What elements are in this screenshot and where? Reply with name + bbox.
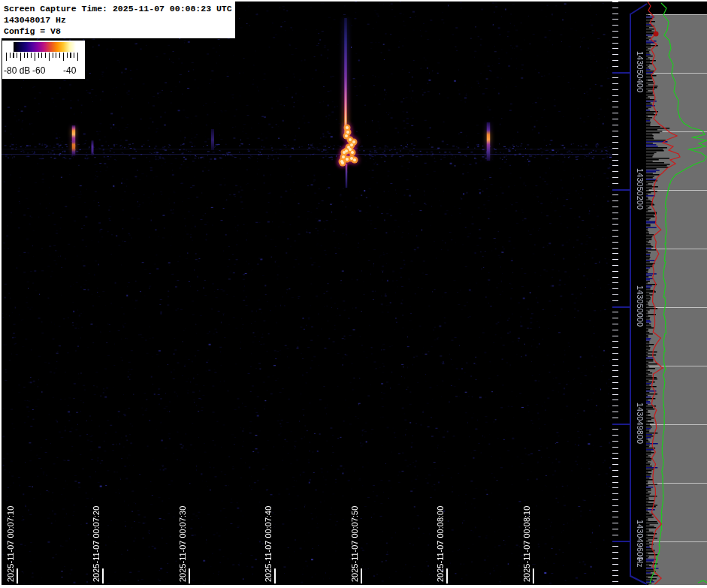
time-tick <box>102 568 104 583</box>
border-bottom <box>0 585 707 588</box>
colorbar-label-minus40db: -40 <box>63 65 76 76</box>
frequency-label: 143049800 <box>635 403 645 444</box>
frequency-major-tick <box>612 189 630 191</box>
time-label: 2025-11-07 00:07:20 <box>92 506 101 582</box>
spectrum-panel-display[interactable] <box>646 2 707 585</box>
time-tick <box>274 568 276 583</box>
frequency-major-tick <box>612 541 630 542</box>
time-tick <box>446 568 448 583</box>
capture-info-box: Screen Capture Time: 2025-11-07 00:08:23… <box>2 2 235 38</box>
colorbar-major-ticks <box>6 53 78 61</box>
frequency-unit-label: Hz <box>635 557 645 567</box>
border-top <box>0 0 707 2</box>
frequency-axis-spine <box>630 14 631 577</box>
config-label: Config = V8 <box>4 26 233 37</box>
db-colorbar-legend: -80 dB -60 -40 <box>2 41 85 79</box>
time-label: 2025-11-07 00:07:10 <box>6 506 16 582</box>
frequency-label: 143050400 <box>635 51 645 92</box>
frequency-major-tick <box>612 72 630 74</box>
center-frequency-label: 143048017 Hz <box>4 14 233 26</box>
frequency-label: 143050000 <box>635 285 645 327</box>
capture-time-label: Screen Capture Time: 2025-11-07 00:08:23… <box>4 3 233 14</box>
time-label: 2025-11-07 00:07:50 <box>350 506 360 582</box>
waterfall-spectrogram-display[interactable] <box>2 2 612 585</box>
frequency-label: 143050200 <box>635 168 645 210</box>
time-tick <box>533 568 534 583</box>
colorbar-label-minus60db: -60 <box>32 65 45 76</box>
time-label: 2025-11-07 00:07:30 <box>178 506 188 582</box>
frequency-major-tick <box>612 306 630 308</box>
time-label: 2025-11-07 00:08:10 <box>522 506 532 582</box>
time-tick <box>189 568 190 583</box>
frequency-minor-ticks <box>612 2 618 582</box>
time-tick <box>361 568 362 583</box>
frequency-label: 143049600 <box>635 520 645 561</box>
spectrogram-screen-capture: 1430504001430502001430500001430498001430… <box>0 0 707 588</box>
time-tick <box>17 568 18 583</box>
colorbar-gradient <box>14 42 76 52</box>
frequency-major-tick <box>612 424 630 425</box>
time-label: 2025-11-07 00:07:40 <box>264 506 273 582</box>
colorbar-label-minus80db: -80 dB <box>4 65 30 76</box>
time-label: 2025-11-07 00:08:00 <box>436 506 446 582</box>
border-left <box>0 0 2 588</box>
